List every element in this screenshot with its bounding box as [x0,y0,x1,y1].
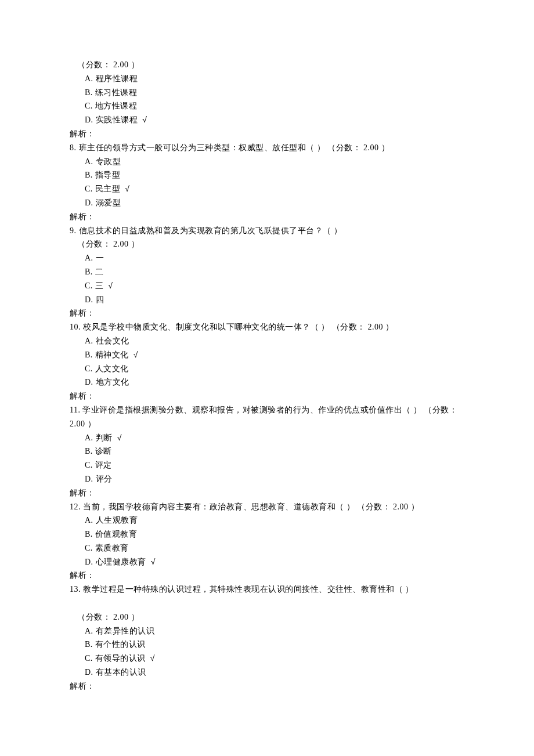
check-icon: √ [125,184,129,193]
q7-score: （分数： 2.00 ） [70,58,464,72]
q8-option-c-text: C. 民主型 [85,185,120,193]
q8-option-a: A. 专政型 [70,155,464,169]
q11-option-a-text: A. 判断 [85,433,113,442]
q10-option-a: A. 社会文化 [70,334,464,348]
q12-option-a: A. 人生观教育 [70,513,464,527]
check-icon: √ [142,115,147,124]
q13-option-c-text: C. 有领导的认识 [85,654,146,663]
q11-analysis-label: 解析： [70,486,464,500]
q13-option-c: C. 有领导的认识 √ [70,652,464,665]
document-page: （分数： 2.00 ） A. 程序性课程 B. 练习性课程 C. 地方性课程 D… [0,0,534,756]
q8-analysis-label: 解析： [70,210,464,224]
q9-option-b: B. 二 [70,265,464,279]
q10-option-d: D. 地方文化 [70,375,464,389]
q8-option-b: B. 指导型 [70,168,464,182]
q10-analysis-label: 解析： [70,389,464,403]
q7-option-d: D. 实践性课程 √ [70,113,464,127]
q11-score: 2.00 ） [70,417,464,431]
q13-option-d: D. 有基本的认识 [70,665,464,679]
q11-option-c: C. 评定 [70,458,464,472]
q8-stem: 8. 班主任的领导方式一般可以分为三种类型：权威型、放任型和（ ） （分数： 2… [70,141,464,155]
q7-option-a: A. 程序性课程 [70,72,464,86]
q7-option-b: B. 练习性课程 [70,86,464,100]
q10-stem: 10. 校风是学校中物质文化、制度文化和以下哪种文化的统一体？（ ） （分数： … [70,320,464,334]
q13-option-a: A. 有差异性的认识 [70,624,464,638]
q10-option-c: C. 人文文化 [70,362,464,376]
check-icon: √ [108,281,113,290]
q11-stem: 11. 学业评价是指根据测验分数、观察和报告，对被测验者的行为、作业的优点或价值… [70,403,464,417]
check-icon: √ [117,433,122,442]
q8-option-d: D. 溺爱型 [70,196,464,210]
q7-option-c: C. 地方性课程 [70,99,464,113]
q9-stem: 9. 信息技术的日益成熟和普及为实现教育的第几次飞跃提供了平台？（ ） [70,224,464,238]
q13-blank [70,596,464,610]
q7-option-d-text: D. 实践性课程 [85,115,138,124]
q7-analysis-label: 解析： [70,127,464,141]
q11-option-b: B. 诊断 [70,444,464,458]
check-icon: √ [151,557,156,566]
q12-analysis-label: 解析： [70,569,464,583]
q12-option-b: B. 价值观教育 [70,527,464,541]
q12-option-d-text: D. 心理健康教育 [85,558,146,566]
q9-option-c-text: C. 三 [85,281,103,290]
q9-analysis-label: 解析： [70,306,464,320]
q9-option-d: D. 四 [70,293,464,307]
q13-score: （分数： 2.00 ） [70,610,464,624]
q9-score: （分数： 2.00 ） [70,237,464,251]
q9-option-a: A. 一 [70,251,464,265]
check-icon: √ [150,653,155,663]
q13-stem: 13. 教学过程是一种特殊的认识过程，其特殊性表现在认识的间接性、交往性、教育性… [70,583,464,596]
q12-option-c: C. 素质教育 [70,541,464,555]
q9-option-c: C. 三 √ [70,279,464,293]
q12-option-d: D. 心理健康教育 √ [70,555,464,569]
q13-option-b: B. 有个性的认识 [70,638,464,652]
q10-option-b-text: B. 精神文化 [85,350,129,359]
q10-option-b: B. 精神文化 √ [70,348,464,362]
q13-analysis-label: 解析： [70,679,464,693]
q12-stem: 12. 当前，我国学校德育内容主要有：政治教育、思想教育、道德教育和（ ） （分… [70,500,464,514]
q11-option-d: D. 评分 [70,472,464,486]
check-icon: √ [134,350,138,359]
q8-option-c: C. 民主型 √ [70,182,464,196]
q11-option-a: A. 判断 √ [70,431,464,445]
